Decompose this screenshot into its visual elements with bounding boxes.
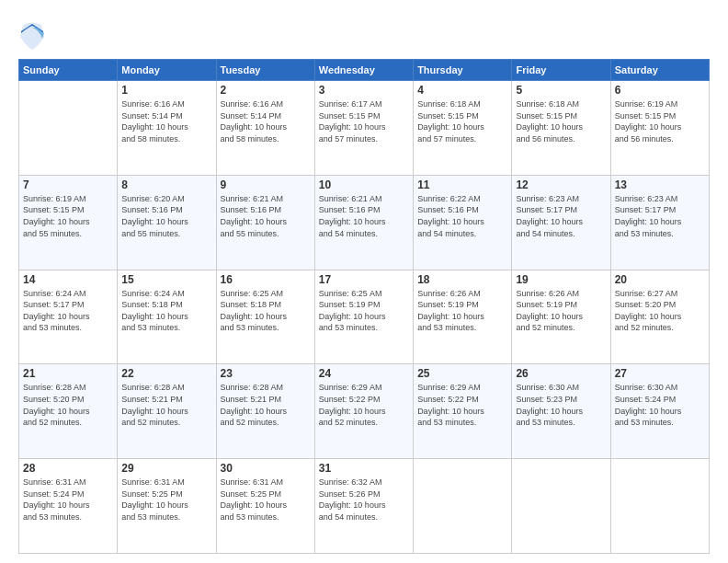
day-number: 20 — [615, 273, 705, 286]
day-number: 17 — [319, 273, 409, 286]
day-number: 4 — [417, 84, 507, 97]
day-number: 2 — [221, 84, 311, 97]
calendar-cell: 12Sunrise: 6:23 AMSunset: 5:17 PMDayligh… — [512, 175, 610, 270]
day-number: 28 — [23, 462, 113, 475]
day-info: Sunrise: 6:16 AMSunset: 5:14 PMDaylight:… — [221, 98, 311, 144]
day-number: 7 — [23, 178, 113, 191]
day-info: Sunrise: 6:28 AMSunset: 5:21 PMDaylight:… — [121, 382, 211, 428]
calendar-cell: 14Sunrise: 6:24 AMSunset: 5:17 PMDayligh… — [19, 270, 118, 364]
calendar-cell: 27Sunrise: 6:30 AMSunset: 5:24 PMDayligh… — [610, 364, 709, 459]
day-info: Sunrise: 6:19 AMSunset: 5:15 PMDaylight:… — [615, 98, 705, 144]
day-info: Sunrise: 6:30 AMSunset: 5:24 PMDaylight:… — [615, 382, 705, 428]
day-number: 24 — [319, 367, 409, 380]
day-info: Sunrise: 6:29 AMSunset: 5:22 PMDaylight:… — [417, 382, 507, 428]
calendar-cell — [512, 459, 610, 554]
calendar-cell: 18Sunrise: 6:26 AMSunset: 5:19 PMDayligh… — [414, 270, 512, 364]
day-number: 16 — [221, 273, 311, 286]
calendar-cell: 13Sunrise: 6:23 AMSunset: 5:17 PMDayligh… — [610, 175, 709, 270]
calendar-cell: 23Sunrise: 6:28 AMSunset: 5:21 PMDayligh… — [216, 364, 314, 459]
day-number: 14 — [23, 273, 113, 286]
day-info: Sunrise: 6:18 AMSunset: 5:15 PMDaylight:… — [417, 98, 507, 144]
day-number: 15 — [121, 273, 211, 286]
calendar-week-2: 7Sunrise: 6:19 AMSunset: 5:15 PMDaylight… — [19, 175, 710, 270]
day-number: 19 — [516, 273, 606, 286]
calendar-cell — [19, 81, 118, 176]
day-info: Sunrise: 6:25 AMSunset: 5:18 PMDaylight:… — [221, 288, 311, 334]
calendar-cell: 10Sunrise: 6:21 AMSunset: 5:16 PMDayligh… — [314, 175, 413, 270]
day-number: 13 — [615, 178, 705, 191]
calendar-cell: 16Sunrise: 6:25 AMSunset: 5:18 PMDayligh… — [216, 270, 314, 364]
calendar-cell — [610, 459, 709, 554]
page: SundayMondayTuesdayWednesdayThursdayFrid… — [0, 0, 728, 563]
calendar-cell: 24Sunrise: 6:29 AMSunset: 5:22 PMDayligh… — [314, 364, 413, 459]
day-number: 30 — [221, 462, 311, 475]
day-number: 9 — [221, 178, 311, 191]
calendar-cell: 3Sunrise: 6:17 AMSunset: 5:15 PMDaylight… — [314, 81, 413, 176]
day-info: Sunrise: 6:26 AMSunset: 5:19 PMDaylight:… — [516, 288, 606, 334]
calendar-cell: 19Sunrise: 6:26 AMSunset: 5:19 PMDayligh… — [512, 270, 610, 364]
weekday-header-tuesday: Tuesday — [216, 60, 314, 81]
weekday-header-friday: Friday — [512, 60, 610, 81]
logo — [18, 20, 49, 53]
day-info: Sunrise: 6:27 AMSunset: 5:20 PMDaylight:… — [615, 288, 705, 334]
calendar-week-5: 28Sunrise: 6:31 AMSunset: 5:24 PMDayligh… — [19, 459, 710, 554]
day-number: 26 — [516, 367, 606, 380]
calendar-cell: 8Sunrise: 6:20 AMSunset: 5:16 PMDaylight… — [118, 175, 216, 270]
calendar-cell: 21Sunrise: 6:28 AMSunset: 5:20 PMDayligh… — [19, 364, 118, 459]
calendar-cell: 28Sunrise: 6:31 AMSunset: 5:24 PMDayligh… — [19, 459, 118, 554]
day-number: 29 — [121, 462, 211, 475]
calendar-cell: 30Sunrise: 6:31 AMSunset: 5:25 PMDayligh… — [216, 459, 314, 554]
day-number: 22 — [121, 367, 211, 380]
weekday-header-saturday: Saturday — [610, 60, 709, 81]
day-number: 5 — [516, 84, 606, 97]
day-info: Sunrise: 6:23 AMSunset: 5:17 PMDaylight:… — [516, 193, 606, 239]
calendar-header-row: SundayMondayTuesdayWednesdayThursdayFrid… — [19, 60, 710, 81]
calendar-cell: 5Sunrise: 6:18 AMSunset: 5:15 PMDaylight… — [512, 81, 610, 176]
day-info: Sunrise: 6:31 AMSunset: 5:25 PMDaylight:… — [121, 477, 211, 523]
weekday-header-monday: Monday — [118, 60, 216, 81]
calendar-cell: 9Sunrise: 6:21 AMSunset: 5:16 PMDaylight… — [216, 175, 314, 270]
day-info: Sunrise: 6:16 AMSunset: 5:14 PMDaylight:… — [121, 98, 211, 144]
day-number: 1 — [121, 84, 211, 97]
day-number: 27 — [615, 367, 705, 380]
calendar-week-1: 1Sunrise: 6:16 AMSunset: 5:14 PMDaylight… — [19, 81, 710, 176]
day-info: Sunrise: 6:31 AMSunset: 5:25 PMDaylight:… — [221, 477, 311, 523]
day-number: 8 — [121, 178, 211, 191]
calendar-cell: 4Sunrise: 6:18 AMSunset: 5:15 PMDaylight… — [414, 81, 512, 176]
calendar-cell: 20Sunrise: 6:27 AMSunset: 5:20 PMDayligh… — [610, 270, 709, 364]
day-info: Sunrise: 6:28 AMSunset: 5:20 PMDaylight:… — [23, 382, 113, 428]
day-info: Sunrise: 6:31 AMSunset: 5:24 PMDaylight:… — [23, 477, 113, 523]
day-info: Sunrise: 6:17 AMSunset: 5:15 PMDaylight:… — [319, 98, 409, 144]
calendar-cell: 26Sunrise: 6:30 AMSunset: 5:23 PMDayligh… — [512, 364, 610, 459]
calendar-cell: 31Sunrise: 6:32 AMSunset: 5:26 PMDayligh… — [314, 459, 413, 554]
day-info: Sunrise: 6:24 AMSunset: 5:18 PMDaylight:… — [121, 288, 211, 334]
day-info: Sunrise: 6:23 AMSunset: 5:17 PMDaylight:… — [615, 193, 705, 239]
day-info: Sunrise: 6:18 AMSunset: 5:15 PMDaylight:… — [516, 98, 606, 144]
day-info: Sunrise: 6:25 AMSunset: 5:19 PMDaylight:… — [319, 288, 409, 334]
calendar-cell — [414, 459, 512, 554]
calendar-cell: 11Sunrise: 6:22 AMSunset: 5:16 PMDayligh… — [414, 175, 512, 270]
calendar-cell: 7Sunrise: 6:19 AMSunset: 5:15 PMDaylight… — [19, 175, 118, 270]
logo-icon — [18, 20, 46, 53]
calendar-week-3: 14Sunrise: 6:24 AMSunset: 5:17 PMDayligh… — [19, 270, 710, 364]
day-number: 11 — [417, 178, 507, 191]
day-info: Sunrise: 6:32 AMSunset: 5:26 PMDaylight:… — [319, 477, 409, 523]
day-info: Sunrise: 6:26 AMSunset: 5:19 PMDaylight:… — [417, 288, 507, 334]
calendar-cell: 17Sunrise: 6:25 AMSunset: 5:19 PMDayligh… — [314, 270, 413, 364]
day-number: 31 — [319, 462, 409, 475]
day-number: 10 — [319, 178, 409, 191]
day-number: 21 — [23, 367, 113, 380]
day-number: 18 — [417, 273, 507, 286]
day-info: Sunrise: 6:28 AMSunset: 5:21 PMDaylight:… — [221, 382, 311, 428]
day-info: Sunrise: 6:22 AMSunset: 5:16 PMDaylight:… — [417, 193, 507, 239]
day-number: 23 — [221, 367, 311, 380]
header — [18, 17, 710, 53]
day-info: Sunrise: 6:21 AMSunset: 5:16 PMDaylight:… — [221, 193, 311, 239]
calendar-cell: 1Sunrise: 6:16 AMSunset: 5:14 PMDaylight… — [118, 81, 216, 176]
calendar-cell: 6Sunrise: 6:19 AMSunset: 5:15 PMDaylight… — [610, 81, 709, 176]
calendar-cell: 25Sunrise: 6:29 AMSunset: 5:22 PMDayligh… — [414, 364, 512, 459]
day-number: 12 — [516, 178, 606, 191]
day-info: Sunrise: 6:19 AMSunset: 5:15 PMDaylight:… — [23, 193, 113, 239]
calendar-week-4: 21Sunrise: 6:28 AMSunset: 5:20 PMDayligh… — [19, 364, 710, 459]
weekday-header-wednesday: Wednesday — [314, 60, 413, 81]
